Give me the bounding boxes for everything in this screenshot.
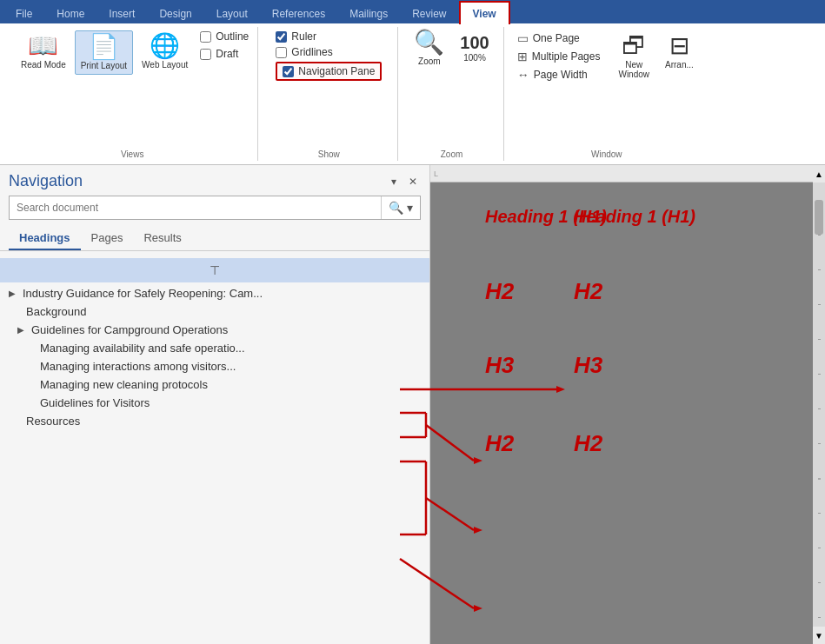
outline-check-input[interactable] bbox=[200, 31, 211, 43]
heading-item-managing-interactions[interactable]: Managing interactions among visitors... bbox=[0, 357, 429, 375]
one-page-option[interactable]: ▭ One Page bbox=[515, 30, 603, 46]
tab-pages[interactable]: Pages bbox=[81, 227, 134, 250]
heading-item-managing-cleaning[interactable]: Managing new cleaning protocols bbox=[0, 375, 429, 394]
heading-item-resources[interactable]: Resources bbox=[0, 412, 429, 430]
page-width-option[interactable]: ↔ Page Width bbox=[515, 67, 603, 83]
nav-selected-bar: ⊤ bbox=[0, 258, 429, 282]
outline-checkbox[interactable]: Outline bbox=[200, 30, 249, 43]
tab-design[interactable]: Design bbox=[147, 1, 203, 24]
ruler-checkbox[interactable]: Ruler bbox=[276, 30, 382, 43]
arrange-all-icon: ⊟ bbox=[669, 34, 689, 58]
zoom-buttons: 🔍 Zoom 100 100% bbox=[409, 27, 494, 70]
multiple-pages-option[interactable]: ⊞ Multiple Pages bbox=[515, 49, 603, 64]
vertical-scrollbar[interactable]: ▲ ▼ bbox=[813, 165, 825, 644]
collapse-arrow-h1[interactable]: ▶ bbox=[9, 289, 19, 298]
tab-review[interactable]: Review bbox=[400, 1, 458, 24]
search-input[interactable] bbox=[10, 202, 381, 214]
collapse-arrow-guidelines[interactable]: ▶ bbox=[17, 325, 28, 335]
zoom-button[interactable]: 🔍 Zoom bbox=[409, 27, 449, 70]
ribbon-group-views: 📖 Read Mode 📄 Print Layout 🌐 Web Layout … bbox=[7, 27, 258, 161]
scroll-tick-1 bbox=[818, 235, 821, 236]
heading-item-background[interactable]: Background bbox=[0, 302, 429, 321]
draft-checkbox[interactable]: Draft bbox=[200, 48, 249, 60]
tab-file[interactable]: File bbox=[3, 1, 44, 24]
scroll-tick-6 bbox=[818, 408, 821, 409]
ruler-label: Ruler bbox=[291, 30, 316, 43]
heading-item-h1[interactable]: ▶ Industry Guidance for Safely Reopening… bbox=[0, 284, 429, 302]
views-buttons: 📖 Read Mode 📄 Print Layout 🌐 Web Layout … bbox=[16, 27, 249, 148]
ribbon-body: 📖 Read Mode 📄 Print Layout 🌐 Web Layout … bbox=[0, 23, 825, 165]
scroll-tick-9 bbox=[818, 513, 821, 514]
scroll-thumb[interactable] bbox=[815, 200, 823, 235]
scroll-up-arrow[interactable]: ▲ bbox=[813, 165, 825, 183]
tab-home[interactable]: Home bbox=[44, 1, 96, 24]
heading-item-guidelines-campground[interactable]: ▶ Guidelines for Campground Operations bbox=[0, 321, 429, 339]
tab-references[interactable]: References bbox=[260, 1, 337, 24]
nav-pin-button[interactable]: ▾ bbox=[388, 174, 400, 189]
heading-text-managing-interactions: Managing interactions among visitors... bbox=[40, 360, 236, 373]
scroll-tick-11 bbox=[818, 582, 821, 583]
content-area: Navigation ▾ ✕ 🔍 ▾ Headings Pages Result… bbox=[0, 165, 825, 644]
nav-close-button[interactable]: ✕ bbox=[405, 174, 421, 189]
heading-text-managing-cleaning: Managing new cleaning protocols bbox=[40, 378, 208, 391]
multiple-pages-icon: ⊞ bbox=[517, 50, 528, 63]
read-mode-label: Read Mode bbox=[21, 60, 66, 70]
new-window-button[interactable]: 🗗 NewWindow bbox=[613, 30, 655, 83]
gridlines-check-input[interactable] bbox=[276, 47, 287, 58]
arrange-all-label: Arran... bbox=[665, 60, 694, 70]
tab-view[interactable]: View bbox=[459, 1, 510, 24]
zoom-label: Zoom bbox=[418, 56, 441, 66]
horizontal-ruler: L bbox=[430, 165, 813, 183]
heading-item-managing-availability[interactable]: Managing availability and safe operatio.… bbox=[0, 339, 429, 357]
heading-text-guidelines-visitors: Guidelines for Visitors bbox=[40, 396, 150, 409]
views-group-label: Views bbox=[121, 148, 144, 161]
ribbon: File Home Insert Design Layout Reference… bbox=[0, 0, 825, 165]
page-width-label: Page Width bbox=[534, 69, 588, 81]
scroll-tick-10 bbox=[818, 548, 821, 548]
scroll-track[interactable] bbox=[813, 183, 825, 627]
nav-tabs: Headings Pages Results bbox=[0, 227, 429, 251]
heading-text-background: Background bbox=[26, 305, 86, 318]
nav-selected-icon: ⊤ bbox=[210, 263, 220, 277]
one-page-icon: ▭ bbox=[517, 31, 529, 45]
nav-pane-controls: ▾ ✕ bbox=[388, 174, 421, 189]
navigation-pane-checkbox[interactable]: Navigation Pane bbox=[276, 62, 382, 81]
zoom-percent-button[interactable]: 100 100% bbox=[455, 30, 494, 66]
nav-pane-title: Navigation bbox=[9, 172, 83, 190]
tab-mailings[interactable]: Mailings bbox=[337, 1, 400, 24]
one-page-label: One Page bbox=[533, 32, 580, 44]
ribbon-group-window: ▭ One Page ⊞ Multiple Pages ↔ Page Width… bbox=[506, 27, 708, 161]
page-options: ▭ One Page ⊞ Multiple Pages ↔ Page Width bbox=[515, 30, 603, 83]
print-layout-icon: 📄 bbox=[89, 35, 119, 59]
nav-content: ⊤ ▶ Industry Guidance for Safely Reopeni… bbox=[0, 251, 429, 644]
heading-item-guidelines-visitors[interactable]: Guidelines for Visitors bbox=[0, 394, 429, 412]
ruler-check-input[interactable] bbox=[276, 31, 287, 43]
read-mode-icon: 📖 bbox=[28, 34, 58, 58]
print-layout-label: Print Layout bbox=[81, 61, 127, 70]
arrange-all-button[interactable]: ⊟ Arran... bbox=[660, 30, 699, 83]
read-mode-button[interactable]: 📖 Read Mode bbox=[16, 30, 71, 73]
navigation-pane-check-input[interactable] bbox=[283, 66, 294, 77]
ribbon-tab-bar: File Home Insert Design Layout Reference… bbox=[0, 0, 825, 23]
search-button[interactable]: 🔍 ▾ bbox=[381, 196, 420, 219]
ribbon-group-show: Ruler Gridlines Navigation Pane Show bbox=[260, 27, 398, 161]
heading-text-guidelines-campground: Guidelines for Campground Operations bbox=[31, 323, 228, 336]
window-buttons: 🗗 NewWindow ⊟ Arran... bbox=[613, 30, 698, 83]
scroll-tick-4 bbox=[818, 339, 821, 340]
web-layout-button[interactable]: 🌐 Web Layout bbox=[136, 30, 193, 73]
scroll-down-arrow[interactable]: ▼ bbox=[813, 627, 825, 644]
heading-text-resources: Resources bbox=[26, 415, 80, 428]
web-layout-icon: 🌐 bbox=[150, 34, 180, 58]
scroll-tick-7 bbox=[818, 443, 821, 444]
draft-check-input[interactable] bbox=[200, 49, 211, 60]
navigation-pane-label: Navigation Pane bbox=[298, 65, 375, 77]
zoom-group-label: Zoom bbox=[441, 148, 463, 161]
search-bar: 🔍 ▾ bbox=[9, 196, 421, 220]
gridlines-checkbox[interactable]: Gridlines bbox=[276, 46, 382, 58]
print-layout-button[interactable]: 📄 Print Layout bbox=[75, 30, 133, 75]
tab-results[interactable]: Results bbox=[133, 227, 191, 250]
tab-insert[interactable]: Insert bbox=[96, 1, 147, 24]
show-group-label: Show bbox=[318, 148, 340, 161]
tab-layout[interactable]: Layout bbox=[204, 1, 260, 24]
tab-headings[interactable]: Headings bbox=[9, 227, 81, 250]
